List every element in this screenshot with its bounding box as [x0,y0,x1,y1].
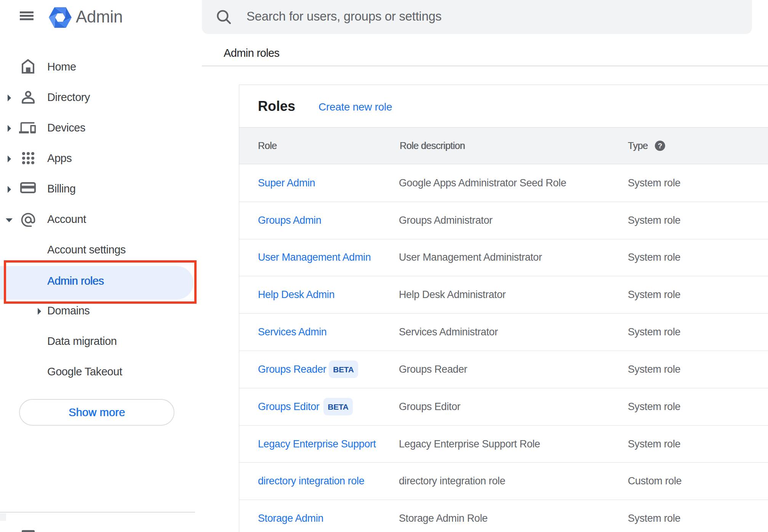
svg-text:?: ? [658,142,662,150]
